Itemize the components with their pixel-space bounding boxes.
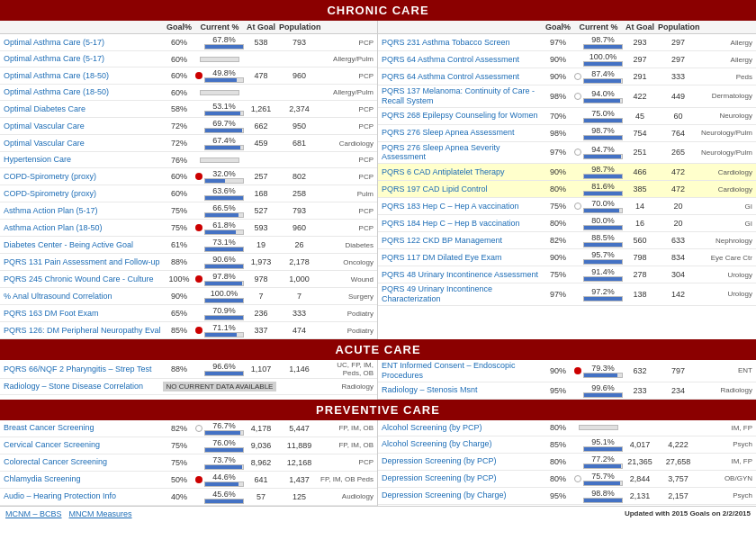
- row-measure-name[interactable]: Diabetes Center - Being Active Goal: [4, 240, 162, 250]
- row-measure-name[interactable]: Cervical Cancer Screening: [4, 440, 162, 450]
- table-row: Audio – Hearing Protection Info40%45.6%5…: [0, 489, 377, 506]
- row-at-goal: 593: [243, 223, 279, 232]
- row-goal: 80%: [541, 457, 575, 466]
- footer-link-mcnm[interactable]: MCNM – BCBS: [5, 509, 62, 518]
- row-measure-name[interactable]: PQRS 231 Asthma Tobacco Screen: [382, 38, 541, 48]
- row-measure-name[interactable]: Audio – Hearing Protection Info: [4, 491, 162, 501]
- row-measure-name[interactable]: PQRS 48 Urinary Incontinence Assessment: [382, 270, 541, 280]
- row-measure-name[interactable]: PQRS 64 Asthma Control Assessment: [382, 72, 541, 82]
- row-measure-name[interactable]: Alcohol Screening (by PCP): [382, 423, 541, 433]
- row-measure-name[interactable]: Hypertension Care: [4, 155, 162, 165]
- curr-bar-wrapper: 63.6%: [204, 186, 244, 201]
- row-measure-name[interactable]: Optimal Asthma Care (18-50): [4, 87, 162, 97]
- table-row: Optimal Asthma Care (5-17)60%67.8%538793…: [0, 34, 377, 51]
- row-current-pct: 98.7%: [575, 126, 622, 140]
- row-population: 12,168: [279, 458, 320, 467]
- row-at-goal: 21,365: [622, 457, 658, 466]
- row-indicator: [195, 72, 202, 79]
- row-measure-name[interactable]: PQRS 6 CAD Antiplatelet Therapy: [382, 167, 541, 177]
- row-population: 802: [279, 172, 320, 181]
- row-measure-name[interactable]: PQRS 117 DM Dilated Eye Exam: [382, 253, 541, 263]
- row-measure-name[interactable]: Colorectal Cancer Screening: [4, 457, 162, 467]
- row-measure-name[interactable]: PQRS 64 Asthma Control Assessment: [382, 55, 541, 65]
- row-measure-name[interactable]: Radiology – Stone Disease Correlation: [4, 382, 162, 392]
- row-measure-name[interactable]: Optimal Asthma Care (5-17): [4, 54, 162, 64]
- row-specialty: Urology: [698, 290, 752, 298]
- row-goal: 90%: [541, 366, 575, 375]
- col-goal-header: Goal%: [162, 22, 196, 32]
- curr-bar-wrapper: 95.7%: [583, 250, 623, 265]
- row-measure-name[interactable]: Depression Screening (by PCP): [382, 473, 541, 483]
- row-measure-name[interactable]: PQRS 131 Pain Assessment and Follow-up: [4, 257, 162, 267]
- row-measure-name[interactable]: Chlamydia Screening: [4, 474, 162, 484]
- row-specialty: Neurology/Pulm: [698, 148, 752, 157]
- progress-bar: [583, 242, 623, 248]
- row-specialty: Allergy/Pulm: [320, 88, 374, 96]
- row-measure-name[interactable]: PQRS 137 Melanoma: Continuity of Care - …: [382, 86, 541, 106]
- table-row: % Anal Ultrasound Correlation90%100.0%77…: [0, 288, 377, 305]
- row-specialty: Allergy: [698, 39, 752, 47]
- table-row: PQRS 117 DM Dilated Eye Exam90%95.7%7988…: [378, 249, 756, 266]
- footer-link-mncm[interactable]: MNCM Measures: [69, 509, 132, 518]
- row-measure-name[interactable]: ENT Informed Consent – Endoscopic Proced…: [382, 361, 541, 381]
- curr-bar-wrapper: 90.6%: [204, 255, 244, 269]
- curr-value: 98.8%: [591, 489, 615, 498]
- row-current-pct: 88.5%: [575, 233, 622, 248]
- row-measure-name[interactable]: Optimal Vascular Care: [4, 122, 162, 131]
- row-measure-name[interactable]: COPD-Spirometry (proxy): [4, 189, 162, 199]
- row-current-pct: 67.4%: [196, 136, 243, 150]
- row-measure-name[interactable]: PQRS 276 Sleep Apnea Assessment: [382, 128, 541, 138]
- row-measure-name[interactable]: COPD-Spirometry (proxy): [4, 172, 162, 182]
- left-col-headers: Goal% Current % At Goal Population: [0, 21, 377, 34]
- row-specialty: Podiatry: [320, 310, 374, 318]
- row-measure-name[interactable]: Optimal Asthma Care (5-17): [4, 38, 162, 48]
- progress-bar: [583, 154, 623, 159]
- curr-bar-wrapper: 61.8%: [204, 220, 244, 235]
- row-measure-name[interactable]: % Anal Ultrasound Correlation: [4, 292, 162, 302]
- curr-value: 66.5%: [212, 203, 236, 212]
- row-at-goal: 641: [243, 475, 279, 484]
- col-spec-header: [320, 22, 374, 32]
- row-measure-name[interactable]: Alcohol Screening (by Charge): [382, 439, 541, 449]
- row-measure-name[interactable]: Depression Screening (by Charge): [382, 490, 541, 500]
- curr-bar-wrapper: 97.2%: [583, 287, 623, 302]
- row-measure-name[interactable]: Optimal Diabetes Care: [4, 104, 162, 114]
- row-measure-name[interactable]: PQRS 276 Sleep Apnea Severity Assessment: [382, 143, 541, 163]
- row-measure-name[interactable]: PQRS 183 Hep C – Hep A vaccination: [382, 202, 541, 212]
- row-measure-name[interactable]: Depression Screening (by PCP): [382, 456, 541, 466]
- row-measure-name[interactable]: Radiology – Stenosis Msnt: [382, 385, 541, 395]
- row-current-pct: 95.1%: [575, 437, 622, 452]
- row-current-pct: 79.3%: [575, 364, 622, 378]
- row-goal: 85%: [541, 440, 575, 449]
- curr-bar-wrapper: 81.6%: [583, 182, 623, 196]
- row-current-pct: 80.0%: [575, 216, 622, 230]
- table-row: Diabetes Center - Being Active Goal61%73…: [0, 237, 377, 254]
- row-measure-name[interactable]: PQRS 49 Urinary Incontinence Characteriz…: [382, 284, 541, 304]
- row-measure-name[interactable]: Asthma Action Plan (5-17): [4, 206, 162, 216]
- row-at-goal: 7: [243, 292, 279, 301]
- progress-bar: [583, 276, 623, 282]
- curr-value: 81.6%: [591, 182, 615, 191]
- row-measure-name[interactable]: PQRS 126: DM Peripheral Neuropathy Eval: [4, 326, 162, 336]
- row-measure-name[interactable]: Asthma Action Plan (18-50): [4, 223, 162, 233]
- row-measure-name[interactable]: PQRS 66/NQF 2 Pharyngitis – Strep Test: [4, 364, 162, 374]
- row-specialty: Audiology: [320, 492, 374, 500]
- row-measure-name[interactable]: PQRS 197 CAD Lipid Control: [382, 184, 541, 194]
- row-measure-name[interactable]: PQRS 245 Chronic Wound Care - Culture: [4, 274, 162, 284]
- row-measure-name[interactable]: Optimal Asthma Care (18-50): [4, 71, 162, 81]
- curr-bar-wrapper: 45.6%: [204, 490, 244, 504]
- row-measure-name[interactable]: PQRS 184 Hep C – Hep B vaccination: [382, 219, 541, 229]
- curr-value: 49.8%: [212, 68, 236, 77]
- progress-bar: [583, 174, 623, 179]
- row-population: 333: [279, 309, 320, 318]
- row-measure-name[interactable]: PQRS 268 Epilepsy Counseling for Women: [382, 111, 541, 121]
- table-row: Optimal Asthma Care (5-17)60%Allergy/Pul…: [0, 51, 377, 68]
- row-current-pct: 32.0%: [196, 169, 243, 184]
- row-specialty: IM, FP: [698, 424, 752, 432]
- row-measure-name[interactable]: Breast Cancer Screening: [4, 423, 162, 433]
- curr-bar-wrapper: 75.7%: [583, 472, 623, 486]
- row-measure-name[interactable]: PQRS 163 DM Foot Exam: [4, 309, 162, 319]
- row-measure-name[interactable]: Optimal Vascular Care: [4, 139, 162, 148]
- row-measure-name[interactable]: PQRS 122 CKD BP Management: [382, 236, 541, 246]
- row-specialty: PCP: [320, 458, 374, 466]
